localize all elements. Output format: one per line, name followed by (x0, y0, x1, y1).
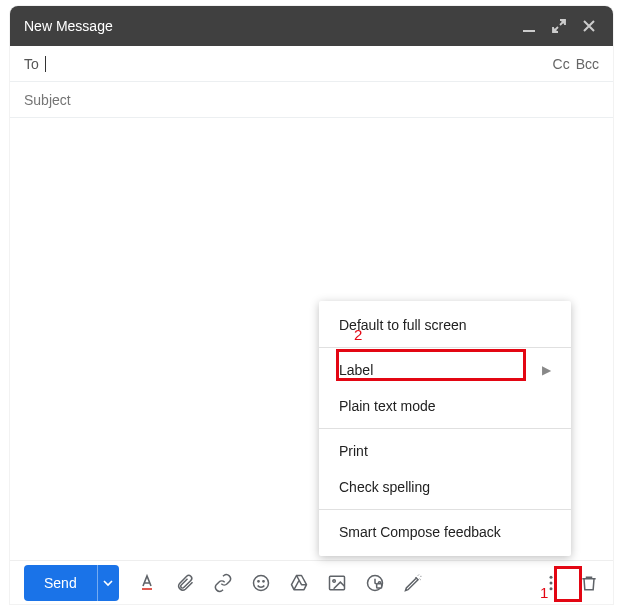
menu-print[interactable]: Print (319, 433, 571, 469)
window-title: New Message (24, 18, 113, 34)
svg-point-3 (263, 580, 264, 581)
menu-label[interactable]: Label ▶ (319, 352, 571, 388)
formatting-icon[interactable] (137, 573, 157, 593)
compose-window: New Message To Cc Bcc Send (10, 6, 613, 604)
menu-item-label: Check spelling (339, 479, 430, 495)
menu-divider (319, 428, 571, 429)
cc-button[interactable]: Cc (553, 56, 570, 72)
emoji-icon[interactable] (251, 573, 271, 593)
pen-icon[interactable] (403, 573, 423, 593)
minimize-icon[interactable] (519, 16, 539, 36)
chevron-right-icon: ▶ (542, 363, 551, 377)
svg-point-10 (550, 587, 553, 590)
menu-item-label: Label (339, 362, 373, 378)
link-icon[interactable] (213, 573, 233, 593)
send-button-group: Send (24, 565, 119, 601)
menu-plain-text[interactable]: Plain text mode (319, 388, 571, 424)
drive-icon[interactable] (289, 573, 309, 593)
confidential-icon[interactable] (365, 573, 385, 593)
send-more-button[interactable] (97, 565, 119, 601)
subject-row[interactable] (10, 82, 613, 118)
menu-check-spelling[interactable]: Check spelling (319, 469, 571, 505)
menu-divider (319, 509, 571, 510)
fullscreen-icon[interactable] (549, 16, 569, 36)
menu-item-label: Print (339, 443, 368, 459)
to-label: To (24, 56, 39, 72)
to-row[interactable]: To Cc Bcc (10, 46, 613, 82)
close-icon[interactable] (579, 16, 599, 36)
svg-point-5 (333, 579, 336, 582)
toolbar: Send (10, 560, 613, 604)
menu-divider (319, 347, 571, 348)
text-cursor (45, 56, 46, 72)
svg-point-9 (550, 581, 553, 584)
subject-input[interactable] (24, 92, 599, 108)
menu-smart-compose[interactable]: Smart Compose feedback (319, 514, 571, 550)
menu-item-label: Plain text mode (339, 398, 436, 414)
annotation-number-2: 2 (354, 326, 362, 343)
svg-point-1 (253, 575, 268, 590)
annotation-number-1: 1 (540, 584, 548, 601)
image-icon[interactable] (327, 573, 347, 593)
bcc-button[interactable]: Bcc (576, 56, 599, 72)
svg-point-8 (550, 575, 553, 578)
menu-item-label: Smart Compose feedback (339, 524, 501, 540)
discard-icon[interactable] (579, 573, 599, 593)
send-button[interactable]: Send (24, 565, 97, 601)
titlebar: New Message (10, 6, 613, 46)
svg-rect-0 (523, 30, 535, 32)
svg-point-2 (258, 580, 259, 581)
svg-rect-7 (376, 583, 381, 587)
attach-icon[interactable] (175, 573, 195, 593)
svg-rect-4 (329, 576, 344, 589)
